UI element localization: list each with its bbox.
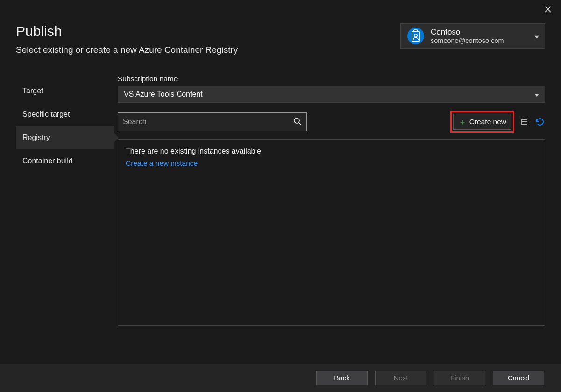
chevron-down-icon (534, 32, 539, 40)
page-subtitle: Select existing or create a new Azure Co… (16, 45, 238, 55)
sidebar-item-label: Specific target (22, 110, 70, 118)
subscription-value: VS Azure Tools Content (124, 90, 203, 98)
account-email: someone@contoso.com (431, 37, 504, 44)
sidebar-item-label: Registry (22, 133, 50, 141)
tree-view-icon (520, 117, 529, 126)
search-box[interactable] (118, 112, 307, 131)
page-title: Publish (16, 23, 238, 39)
create-new-button[interactable]: ＋ Create new (453, 114, 511, 130)
sidebar-item-label: Target (22, 87, 43, 95)
cancel-button[interactable]: Cancel (493, 371, 544, 385)
next-button: Next (375, 371, 426, 385)
sidebar-item-registry[interactable]: Registry (16, 126, 114, 149)
svg-point-3 (294, 118, 299, 123)
refresh-icon (535, 117, 545, 127)
tree-view-button[interactable] (520, 117, 529, 126)
wizard-steps-sidebar: Target Specific target Registry Containe… (16, 75, 114, 326)
sidebar-item-target[interactable]: Target (16, 79, 114, 103)
search-icon (293, 117, 302, 127)
back-button[interactable]: Back (316, 371, 368, 385)
create-new-highlight: ＋ Create new (450, 111, 514, 133)
account-name: Contoso (431, 28, 504, 37)
footer: Back Next Finish Cancel (0, 364, 561, 392)
empty-message: There are no existing instances availabl… (126, 147, 537, 155)
refresh-button[interactable] (535, 117, 545, 127)
create-instance-link[interactable]: Create a new instance (126, 159, 537, 168)
close-icon (544, 6, 552, 13)
sidebar-item-container-build[interactable]: Container build (16, 149, 114, 173)
account-icon (407, 28, 424, 44)
svg-line-4 (299, 122, 301, 124)
subscription-select[interactable]: VS Azure Tools Content (118, 86, 545, 103)
close-button[interactable] (544, 6, 552, 14)
chevron-down-icon (534, 90, 539, 98)
create-new-label: Create new (469, 118, 506, 126)
finish-button: Finish (434, 371, 485, 385)
plus-icon: ＋ (458, 118, 467, 126)
search-input[interactable] (123, 118, 293, 126)
sidebar-item-specific-target[interactable]: Specific target (16, 103, 114, 126)
sidebar-item-label: Container build (22, 157, 73, 165)
results-panel: There are no existing instances availabl… (118, 139, 545, 326)
subscription-label: Subscription name (118, 75, 545, 83)
account-selector[interactable]: Contoso someone@contoso.com (400, 23, 545, 49)
